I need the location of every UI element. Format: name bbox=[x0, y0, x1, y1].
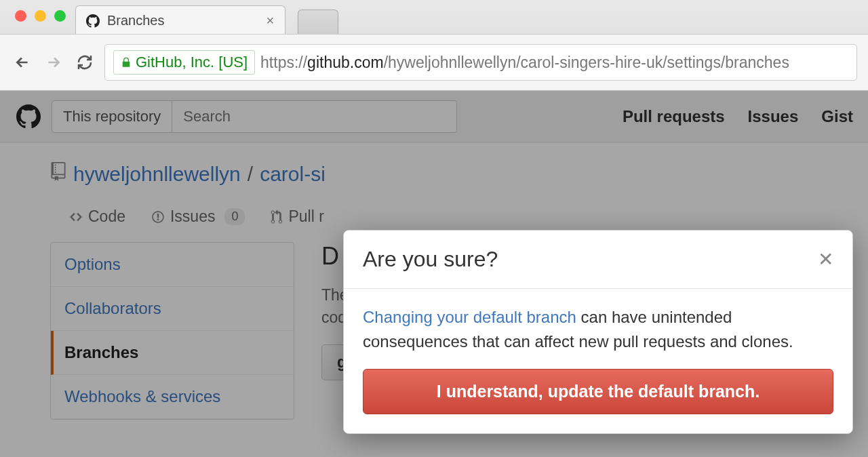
modal-title: Are you sure? bbox=[363, 247, 498, 272]
browser-chrome: Branches × GitHub, Inc. [US] https://git… bbox=[0, 0, 868, 91]
confirm-modal: Are you sure? ✕ Changing your default br… bbox=[343, 230, 853, 434]
reload-button[interactable] bbox=[73, 51, 96, 74]
modal-help-link[interactable]: Changing your default branch bbox=[363, 308, 576, 326]
close-icon[interactable]: ✕ bbox=[818, 248, 833, 271]
url-text: https://github.com/hyweljohnllewellyn/ca… bbox=[260, 54, 789, 72]
back-button[interactable] bbox=[11, 51, 34, 74]
minimize-window-icon[interactable] bbox=[35, 10, 46, 22]
browser-tab-active[interactable]: Branches × bbox=[75, 5, 285, 34]
close-tab-icon[interactable]: × bbox=[267, 13, 275, 28]
confirm-update-button[interactable]: I understand, update the default branch. bbox=[363, 369, 833, 414]
browser-tabbar: Branches × bbox=[0, 0, 868, 34]
tab-title: Branches bbox=[107, 13, 165, 28]
window-controls bbox=[7, 10, 75, 22]
ssl-cert-name: GitHub, Inc. [US] bbox=[136, 54, 248, 71]
url-bar[interactable]: GitHub, Inc. [US] https://github.com/hyw… bbox=[104, 44, 857, 81]
close-window-icon[interactable] bbox=[15, 10, 26, 22]
browser-toolbar: GitHub, Inc. [US] https://github.com/hyw… bbox=[0, 34, 868, 90]
ssl-badge[interactable]: GitHub, Inc. [US] bbox=[113, 50, 255, 75]
modal-body-text: Changing your default branch can have un… bbox=[363, 305, 833, 354]
github-favicon bbox=[85, 14, 100, 28]
maximize-window-icon[interactable] bbox=[54, 10, 66, 22]
browser-tab-inactive[interactable] bbox=[298, 9, 338, 34]
forward-button[interactable] bbox=[42, 51, 65, 74]
